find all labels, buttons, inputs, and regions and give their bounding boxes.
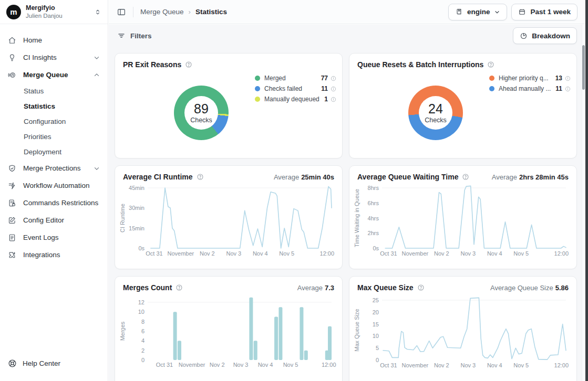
lightbulb-icon bbox=[7, 53, 17, 62]
merges_count-svg[interactable]: 024681012Oct 31NovemberNov 2Nov 3Nov 4No… bbox=[119, 292, 339, 381]
filters-button[interactable]: Filters bbox=[117, 31, 152, 40]
legend-label: Manually dequeued bbox=[264, 96, 321, 103]
calendar-icon bbox=[518, 8, 526, 16]
sidebar-subitem-priorities[interactable]: Priorities bbox=[0, 129, 108, 144]
svg-text:CI Runtime: CI Runtime bbox=[119, 204, 126, 232]
svg-text:Merges: Merges bbox=[119, 321, 126, 341]
queue-resets-donut[interactable]: 24 Checks bbox=[408, 86, 463, 140]
help-center-label: Help Center bbox=[23, 359, 60, 367]
svg-text:0s: 0s bbox=[373, 245, 379, 251]
help-icon[interactable] bbox=[417, 284, 425, 291]
svg-text:45min: 45min bbox=[129, 185, 145, 191]
max-queue-size-card: Max Queue Size Average Queue Size5.86 05… bbox=[349, 276, 577, 381]
legend-dot bbox=[255, 97, 260, 102]
svg-text:8hrs: 8hrs bbox=[368, 185, 379, 191]
sidebar-toggle-icon[interactable] bbox=[117, 7, 126, 17]
pr-exit-reasons-donut[interactable]: 89 Checks bbox=[174, 86, 229, 140]
sidebar-subitem-statistics[interactable]: Statistics bbox=[0, 99, 108, 114]
sidebar-item-integrations[interactable]: Integrations bbox=[0, 246, 108, 263]
legend-value: 11 bbox=[321, 85, 328, 92]
sidebar-item-home[interactable]: Home bbox=[0, 31, 108, 49]
average-stat: Average7.3 bbox=[297, 284, 334, 292]
help-icon[interactable] bbox=[462, 173, 469, 181]
legend-dot bbox=[255, 76, 260, 81]
legend-value: 77 bbox=[321, 75, 328, 82]
sidebar-item-workflow-automation[interactable]: Workflow Automation bbox=[0, 177, 108, 194]
svg-text:Nov 3: Nov 3 bbox=[460, 250, 476, 257]
avg_queue_waiting_time-svg[interactable]: 0s2hrs4hrs6hrs8hrsOct 31NovemberNov 2Nov… bbox=[354, 182, 573, 260]
svg-text:0: 0 bbox=[376, 357, 379, 363]
account-switcher[interactable]: m Mergifyio Julien Danjou bbox=[0, 0, 108, 24]
svg-text:Nov 5: Nov 5 bbox=[513, 362, 529, 368]
ci-runtime-chart[interactable]: 0s15min30min45minOct 31NovemberNov 2Nov … bbox=[119, 182, 339, 260]
info-icon[interactable] bbox=[331, 76, 336, 81]
help-icon[interactable] bbox=[487, 61, 494, 68]
info-icon[interactable] bbox=[565, 86, 571, 92]
svg-text:6: 6 bbox=[141, 328, 145, 334]
max_queue_size-svg[interactable]: 0510152025Oct 31NovemberNov 2Nov 3Nov 4N… bbox=[354, 292, 573, 381]
svg-text:November: November bbox=[402, 250, 429, 257]
donut-sub-label: Checks bbox=[425, 117, 447, 124]
sidebar-item-merge-protections[interactable]: Merge Protections bbox=[0, 160, 108, 177]
help-icon[interactable] bbox=[197, 173, 204, 181]
help-center-button[interactable]: Help Center bbox=[7, 358, 60, 368]
legend-item[interactable]: Checks failed11 bbox=[255, 83, 336, 94]
pencil-square-icon bbox=[7, 216, 17, 225]
legend-dot bbox=[489, 76, 494, 81]
main-content: Filters Breakdown PR Exit Reasons 89 bbox=[109, 25, 582, 381]
scrollbar-thumb[interactable] bbox=[582, 45, 585, 90]
sidebar-item-ci-insights[interactable]: CI Insights bbox=[0, 49, 108, 66]
svg-text:20: 20 bbox=[373, 309, 379, 315]
sidebar-item-label: Merge Protections bbox=[23, 164, 81, 172]
sidebar-nav: HomeCI InsightsMerge QueueStatusStatisti… bbox=[0, 24, 108, 263]
legend-item[interactable]: Manually dequeued1 bbox=[255, 94, 336, 104]
home-icon bbox=[7, 36, 17, 45]
max-queue-size-chart[interactable]: 0510152025Oct 31NovemberNov 2Nov 3Nov 4N… bbox=[354, 292, 573, 381]
svg-text:12:00: 12:00 bbox=[320, 250, 335, 257]
divider bbox=[133, 7, 133, 17]
sidebar-item-config-editor[interactable]: Config Editor bbox=[0, 211, 108, 229]
queue-select-label: engine bbox=[467, 8, 490, 16]
svg-text:Nov 2: Nov 2 bbox=[200, 250, 215, 257]
card-title: Queue Resets & Batch Interruptions bbox=[357, 60, 483, 69]
svg-text:Oct 31: Oct 31 bbox=[146, 250, 162, 257]
legend-item[interactable]: Merged77 bbox=[255, 73, 336, 83]
merges-count-chart[interactable]: 024681012Oct 31NovemberNov 2Nov 3Nov 4No… bbox=[119, 292, 339, 381]
sidebar-subitem-status[interactable]: Status bbox=[0, 83, 108, 99]
help-icon[interactable] bbox=[176, 284, 183, 291]
sidebar-item-label: Event Logs bbox=[23, 234, 59, 241]
breakdown-button[interactable]: Breakdown bbox=[513, 27, 577, 44]
svg-text:2hrs: 2hrs bbox=[368, 230, 379, 236]
up-down-chevron-icon[interactable] bbox=[94, 8, 101, 16]
breadcrumb-parent[interactable]: Merge Queue bbox=[140, 8, 184, 16]
sidebar-item-label: Config Editor bbox=[23, 216, 64, 224]
sidebar-item-label: Commands Restrictions bbox=[23, 199, 98, 207]
svg-text:12: 12 bbox=[138, 299, 145, 305]
legend: Higher priority q...13Ahead manually ...… bbox=[489, 73, 571, 94]
help-icon[interactable] bbox=[185, 61, 192, 68]
card-title: Merges Count bbox=[123, 283, 172, 292]
avg_ci_runtime-svg[interactable]: 0s15min30min45minOct 31NovemberNov 2Nov … bbox=[119, 182, 339, 260]
sidebar-subitem-configuration[interactable]: Configuration bbox=[0, 114, 108, 129]
legend: Merged77Checks failed11Manually dequeued… bbox=[255, 73, 336, 104]
sidebar-item-label: Workflow Automation bbox=[23, 182, 90, 189]
legend-item[interactable]: Ahead manually ...11 bbox=[489, 83, 571, 94]
sidebar-subitem-deployment[interactable]: Deployment bbox=[0, 144, 108, 160]
legend-item[interactable]: Higher priority q...13 bbox=[489, 73, 571, 83]
info-icon[interactable] bbox=[565, 76, 571, 81]
info-icon[interactable] bbox=[331, 86, 336, 92]
sidebar-item-event-logs[interactable]: Event Logs bbox=[0, 229, 108, 246]
queue-select-button[interactable]: engine bbox=[448, 4, 508, 20]
queue-waiting-chart[interactable]: 0s2hrs4hrs6hrs8hrsOct 31NovemberNov 2Nov… bbox=[354, 182, 573, 260]
sidebar-item-merge-queue[interactable]: Merge Queue bbox=[0, 66, 108, 83]
period-button[interactable]: Past 1 week bbox=[511, 4, 577, 20]
doc-lock-icon bbox=[7, 198, 17, 208]
svg-text:10: 10 bbox=[138, 309, 145, 315]
sidebar-item-commands-restrictions[interactable]: Commands Restrictions bbox=[0, 194, 108, 211]
legend-dot bbox=[489, 86, 494, 91]
svg-text:12:00: 12:00 bbox=[322, 362, 336, 368]
breakdown-label: Breakdown bbox=[532, 32, 570, 40]
user-name: Julien Danjou bbox=[26, 12, 89, 19]
svg-text:30min: 30min bbox=[129, 205, 145, 211]
info-icon[interactable] bbox=[331, 97, 336, 102]
